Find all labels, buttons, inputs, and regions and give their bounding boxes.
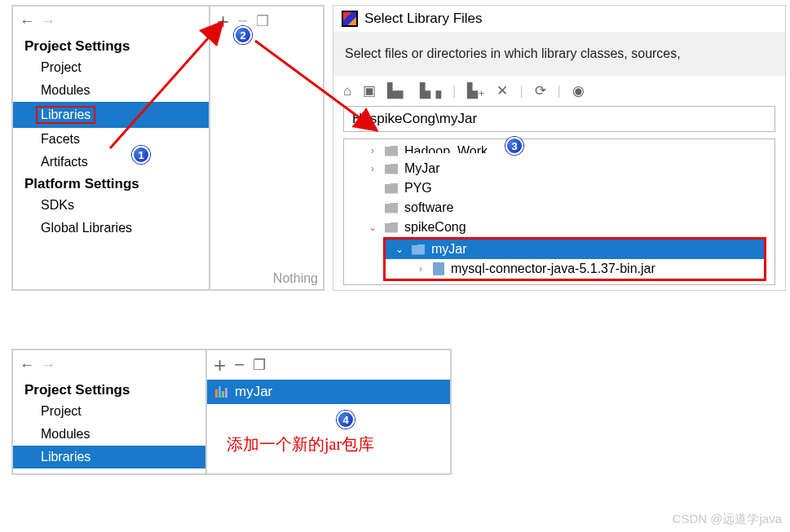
path-input[interactable]: H:\spikeCong\myJar: [343, 106, 775, 132]
forward-icon[interactable]: →: [41, 357, 55, 374]
annotation-text: 添加一个新的jar包库: [207, 404, 450, 455]
selection-highlight-frame: ⌄ myJar › mysql-connector-java-5.1.37-bi…: [383, 237, 766, 281]
project-icon[interactable]: ▙▖: [387, 82, 408, 99]
library-icon: [215, 386, 228, 398]
badge-3: 3: [505, 137, 523, 155]
settings-item-libraries[interactable]: Libraries: [13, 446, 205, 468]
libraries-toolbar: + − ❐: [210, 7, 323, 36]
forward-icon[interactable]: →: [41, 13, 55, 30]
settings-item-project[interactable]: Project: [13, 56, 209, 79]
project-settings-panel-2: ← → Project Settings Project Modules Lib…: [11, 349, 207, 475]
module-icon[interactable]: ▙▗: [420, 82, 441, 99]
settings-item-project[interactable]: Project: [13, 400, 205, 423]
add-library-button[interactable]: +: [214, 354, 226, 376]
intellij-icon: [342, 11, 358, 27]
folder-icon: [385, 183, 398, 194]
tree-row[interactable]: › Hadoop_Work: [344, 143, 775, 159]
new-folder-icon[interactable]: ▙₊: [467, 82, 485, 99]
folder-icon: [385, 164, 398, 174]
chevron-right-icon: ›: [415, 263, 426, 275]
copy-library-button[interactable]: ❐: [256, 14, 269, 29]
project-settings-panel: ← → Project Settings Project Modules Lib…: [11, 5, 210, 291]
folder-icon: [412, 244, 425, 255]
dialog-instruction: Select files or directories in which lib…: [333, 32, 785, 76]
dialog-titlebar: Select Library Files: [333, 6, 785, 32]
back-icon[interactable]: ←: [20, 357, 34, 374]
tree-row-selected[interactable]: ⌄ myJar: [386, 240, 764, 259]
path-text: H:\spikeCong\myJar: [352, 111, 477, 127]
tree-row[interactable]: software: [344, 198, 775, 218]
folder-icon: [385, 222, 398, 233]
home-icon[interactable]: ⌂: [343, 83, 351, 99]
project-settings-header: Project Settings: [13, 380, 205, 400]
dialog-title: Select Library Files: [364, 11, 483, 27]
chevron-right-icon: ›: [367, 145, 378, 156]
tree-row-jar[interactable]: › mysql-connector-java-5.1.37-bin.jar: [386, 259, 764, 279]
settings-item-globallibs[interactable]: Global Libraries: [13, 217, 209, 240]
watermark: CSDN @远道学java: [673, 512, 782, 527]
tree-row[interactable]: › MyJar: [344, 159, 775, 178]
libraries-middle-panel: + − ❐ Nothing: [210, 5, 324, 291]
libraries-toolbar: + − ❐: [207, 350, 450, 380]
show-hidden-icon[interactable]: ◉: [572, 82, 585, 99]
chevron-down-icon: ⌄: [394, 244, 405, 255]
jar-icon: [433, 262, 444, 275]
back-icon[interactable]: ←: [20, 13, 34, 30]
settings-list: Project Settings Project Modules Librari…: [13, 36, 209, 244]
settings-item-libraries[interactable]: Libraries: [13, 102, 209, 128]
chevron-right-icon: ›: [367, 163, 378, 174]
file-tree: › Hadoop_Work › MyJar PYG software ⌄: [343, 138, 775, 285]
jar-file-label: mysql-connector-java-5.1.37-bin.jar: [451, 262, 655, 276]
folder-icon: [385, 146, 398, 156]
badge-4: 4: [337, 411, 355, 429]
tree-row[interactable]: PYG: [344, 178, 775, 198]
libraries-middle-panel-2: + − ❐ myJar 添加一个新的jar包库: [207, 349, 452, 475]
settings-item-modules[interactable]: Modules: [13, 423, 205, 446]
select-library-dialog: Select Library Files Select files or dir…: [333, 5, 786, 291]
badge-1: 1: [132, 146, 150, 164]
settings-item-artifacts[interactable]: Artifacts: [13, 151, 209, 174]
refresh-icon[interactable]: ⟳: [535, 82, 546, 99]
chevron-down-icon: ⌄: [367, 222, 378, 233]
badge-2: 2: [234, 26, 252, 44]
settings-item-modules[interactable]: Modules: [13, 79, 209, 102]
settings-list: Project Settings Project Modules Librari…: [13, 380, 205, 473]
desktop-icon[interactable]: ▣: [363, 82, 376, 99]
copy-library-button[interactable]: ❐: [253, 358, 266, 372]
project-settings-header: Project Settings: [13, 36, 209, 56]
selected-folder-label: myJar: [431, 242, 467, 257]
settings-item-facets[interactable]: Facets: [13, 128, 209, 151]
settings-item-sdks[interactable]: SDKs: [13, 194, 209, 217]
platform-settings-header: Platform Settings: [13, 174, 209, 194]
highlight-frame: Libraries: [36, 106, 95, 124]
library-entry[interactable]: myJar: [207, 380, 450, 404]
remove-library-button[interactable]: −: [234, 356, 245, 374]
tree-row[interactable]: ⌄ spikeCong: [344, 218, 775, 237]
delete-icon[interactable]: ✕: [497, 82, 508, 99]
library-name: myJar: [235, 384, 272, 400]
add-library-button[interactable]: +: [217, 11, 229, 32]
folder-icon: [385, 203, 398, 213]
panel-navbar: ← →: [13, 350, 205, 380]
nothing-label: Nothing: [268, 268, 323, 289]
panel-navbar: ← →: [13, 7, 209, 36]
dialog-toolbar: ⌂ ▣ ▙▖ ▙▗ | ▙₊ ✕ | ⟳ | ◉: [333, 76, 785, 106]
